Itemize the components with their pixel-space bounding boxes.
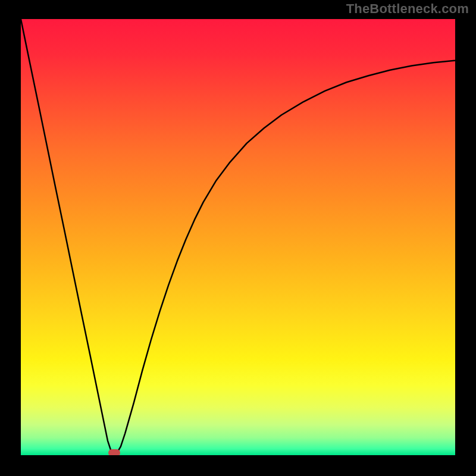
plot-area xyxy=(21,19,455,455)
watermark-text: TheBottleneck.com xyxy=(346,1,469,17)
chart-frame: TheBottleneck.com xyxy=(0,0,476,476)
bottleneck-curve xyxy=(21,19,455,455)
